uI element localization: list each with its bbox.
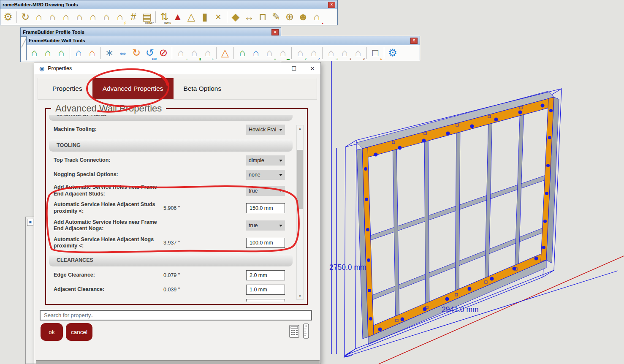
- wall-green-grid-icon[interactable]: ⌂: [27, 46, 41, 61]
- close-button[interactable]: ✕: [309, 65, 315, 72]
- paintbrush-icon[interactable]: ✎: [269, 10, 283, 25]
- wall-blue-icon[interactable]: ⌂: [72, 46, 85, 61]
- scroll-up-icon[interactable]: ▲: [297, 125, 303, 132]
- punch-block-icon[interactable]: ▮: [198, 10, 212, 25]
- separator[interactable]: [384, 47, 384, 59]
- separator[interactable]: [100, 47, 101, 59]
- nogging-special-options-select[interactable]: none: [246, 170, 285, 180]
- minimize-button[interactable]: –: [272, 65, 278, 72]
- wall-tools-close-button[interactable]: x: [410, 38, 418, 44]
- house-green-check-icon[interactable]: ⌂✓: [293, 46, 307, 61]
- property-list: MACHINE OPTIONS Machine Tooling: Howick …: [48, 115, 293, 302]
- calculator-icon[interactable]: [289, 325, 299, 340]
- hidden-window-icon: ▣: [27, 219, 33, 226]
- scroll-down-icon[interactable]: ▼: [297, 293, 303, 299]
- separator[interactable]: [70, 47, 70, 59]
- knife-cross-icon[interactable]: ×: [212, 10, 225, 25]
- house-nog-square-icon[interactable]: ⌂▪: [174, 46, 187, 61]
- property-list-scrollbar[interactable]: ▲ ▼: [296, 125, 304, 300]
- house-stud-icon[interactable]: ⌂▮: [187, 46, 201, 61]
- delete-wall-icon[interactable]: ⊘: [157, 46, 170, 61]
- house-roof-lines-icon[interactable]: ⌂: [73, 10, 86, 25]
- rotate-tool-icon[interactable]: ↻: [19, 10, 32, 25]
- house-door-icon[interactable]: ⌂: [46, 10, 59, 25]
- adjacent-clearance-input[interactable]: 1.0 mm: [246, 285, 285, 295]
- advanced-wall-properties-legend: Advanced Wall Properties: [51, 103, 166, 114]
- house-lightning-icon[interactable]: ⌂⚡: [113, 10, 127, 25]
- profile-tools-titlebar[interactable]: FrameBuilder Profile Tools x: [21, 28, 281, 37]
- component-tool-icon[interactable]: ▤COMP: [140, 10, 154, 25]
- separator[interactable]: [172, 47, 172, 59]
- house-tee-icon[interactable]: ⌂: [86, 10, 100, 25]
- separator[interactable]: [291, 47, 292, 59]
- tab-properties[interactable]: Properties: [42, 78, 92, 99]
- separator[interactable]: [322, 47, 323, 59]
- house-green-hatch-icon[interactable]: ⌂: [236, 46, 249, 61]
- grid-tool-icon[interactable]: #: [127, 10, 140, 25]
- globe-icon[interactable]: ⊕: [283, 10, 296, 25]
- properties-titlebar[interactable]: ◉ Properties – ☐ ✕: [34, 62, 320, 74]
- separator[interactable]: [227, 11, 227, 23]
- house-grid-icon[interactable]: ⌂: [32, 10, 46, 25]
- house-checker-icon[interactable]: ⌂: [59, 10, 73, 25]
- wall-green-outline-icon[interactable]: ⌂: [54, 46, 68, 61]
- separator[interactable]: [216, 47, 217, 59]
- separator[interactable]: [155, 11, 156, 23]
- separator[interactable]: [16, 11, 17, 23]
- chevron-down-icon: [279, 160, 282, 162]
- mirror-triangle-icon[interactable]: △: [218, 46, 232, 61]
- house-lock-icon[interactable]: ⌂●: [310, 10, 323, 25]
- edge-clearance-input[interactable]: 2.0 mm: [246, 270, 285, 280]
- house-green-squares-icon[interactable]: ⌂▪▪: [263, 46, 276, 61]
- warning-triangle-icon[interactable]: ▲: [171, 10, 184, 25]
- clamp-icon[interactable]: ⊓: [256, 10, 269, 25]
- rotate-icon[interactable]: ↻: [130, 46, 143, 61]
- properties-title: Properties: [48, 65, 72, 71]
- house-blue-check-icon[interactable]: ⌂✓: [307, 46, 320, 61]
- drawing-tools-close-button[interactable]: x: [328, 2, 335, 8]
- rotate-180-icon[interactable]: ↺180: [143, 46, 157, 61]
- machine-tooling-select[interactable]: Howick Frai: [246, 125, 285, 135]
- ruler-icon[interactable]: [303, 323, 309, 340]
- wall-green-solid-icon[interactable]: ⌂: [41, 46, 54, 61]
- stretch-icon[interactable]: ⇔: [116, 46, 130, 61]
- service-holes-studs-proximity-input[interactable]: 150.0 mm: [246, 203, 285, 213]
- gear-icon[interactable]: ⚙: [1, 10, 15, 25]
- profile-tools-close-button[interactable]: x: [271, 29, 279, 35]
- wall-blue-orange-icon[interactable]: ⌂: [85, 46, 99, 61]
- house-blue-hatch-icon[interactable]: ⌂: [249, 46, 263, 61]
- house-2-icon[interactable]: ⌂2: [351, 46, 365, 61]
- add-service-holes-nogs-select[interactable]: true: [246, 220, 285, 231]
- house-green-dash-icon[interactable]: ⌂▬: [276, 46, 290, 61]
- top-track-connection-select[interactable]: dimple: [246, 155, 285, 166]
- move-arrows-icon[interactable]: ∗: [103, 46, 116, 61]
- wall-tools-titlebar[interactable]: FrameBuilder Wall Tools x: [27, 36, 420, 45]
- triangle-outline-icon[interactable]: △: [184, 10, 198, 25]
- house-frame-icon[interactable]: ⌂□: [324, 46, 338, 61]
- person-icon[interactable]: ☻: [296, 10, 310, 25]
- service-holes-nogs-proximity-input[interactable]: 100.0 mm: [246, 238, 285, 248]
- separator[interactable]: [233, 47, 234, 59]
- house-cross-icon[interactable]: ⌂: [100, 10, 113, 25]
- scrollbar-thumb[interactable]: [297, 150, 303, 209]
- select-marquee-icon[interactable]: □▸: [369, 46, 382, 61]
- add-service-holes-studs-select[interactable]: true: [246, 186, 285, 196]
- partial-clearance-input[interactable]: 3.0 mm: [246, 299, 285, 302]
- properties-dialog: ◉ Properties – ☐ ✕ Properties Advanced P…: [34, 62, 321, 364]
- separator[interactable]: [366, 47, 367, 59]
- measure-width-icon[interactable]: ↔: [242, 10, 256, 25]
- hidden-window-edge: ▣: [25, 217, 34, 364]
- dwg-import-icon[interactable]: ⇅DWG: [157, 10, 171, 25]
- ok-button[interactable]: ok: [41, 323, 63, 341]
- row-service-holes-nogs-proximity: Automatic Service Holes Adjacent Nogs pr…: [48, 234, 293, 252]
- tab-beta-options[interactable]: Beta Options: [174, 78, 232, 99]
- cancel-button[interactable]: cancel: [66, 323, 92, 341]
- house-1-icon[interactable]: ⌂1: [338, 46, 351, 61]
- settings-gear-icon[interactable]: ⚙: [386, 46, 399, 61]
- box-3d-icon[interactable]: ◆: [229, 10, 242, 25]
- search-input[interactable]: [40, 310, 312, 321]
- drawing-tools-titlebar[interactable]: rameBuilder-MRD Drawing Tools x: [0, 0, 337, 9]
- maximize-button[interactable]: ☐: [291, 65, 297, 72]
- house-corner-icon[interactable]: ⌂∟: [201, 46, 214, 61]
- tab-advanced-properties[interactable]: Advanced Properties: [92, 78, 174, 99]
